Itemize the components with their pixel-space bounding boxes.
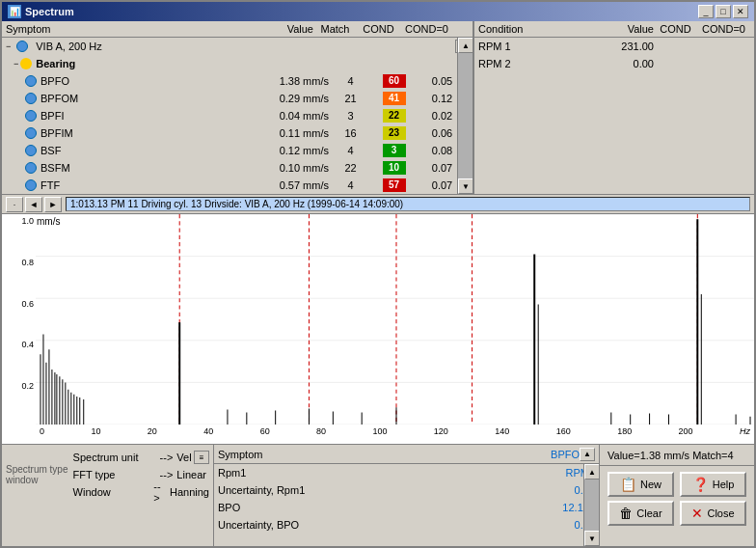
sym-icon-1 xyxy=(25,93,37,104)
sym-name-2: BPFI xyxy=(40,110,64,122)
detail-row[interactable]: Uncertainty, BPO 0.01 xyxy=(214,516,599,534)
window-value: Hanning xyxy=(170,486,209,498)
clear-btn-icon: 🗑 xyxy=(619,506,633,521)
close-button[interactable]: ✕ Close xyxy=(680,501,746,526)
scroll-down-btn[interactable]: ▼ xyxy=(458,178,472,194)
condition-table-body: RPM 1 231.00 RPM 2 0.00 xyxy=(474,38,754,194)
close-btn-icon: ✕ xyxy=(691,506,703,521)
th-cond: COND xyxy=(357,23,400,35)
symptom-row[interactable]: BPFIM 0.11 mm/s 16 23 0.06 xyxy=(21,124,472,142)
condition-table-header: Condition Value COND COND=0 xyxy=(474,21,754,38)
detail-val-header: BPFO xyxy=(502,449,580,460)
sym-name-3: BPFIM xyxy=(40,127,73,139)
symptom-rows: BPFO 1.38 mm/s 4 60 0.05 BPFOM 0.29 mm/s… xyxy=(2,72,472,194)
symptom-row[interactable]: BSFM 0.10 mm/s 22 10 0.07 xyxy=(21,159,472,177)
sym-cond-3: 23 xyxy=(372,126,416,140)
sym-icon-0 xyxy=(25,75,37,87)
detail-header: Symptom BPFO ▲ xyxy=(214,445,599,464)
sym-match-1: 21 xyxy=(329,93,372,104)
bearing-expand: − xyxy=(14,59,18,68)
bearing-row[interactable]: − Bearing xyxy=(10,55,472,72)
clear-button[interactable]: 🗑 Clear xyxy=(608,501,674,526)
detail-sym-1: Uncertainty, Rpm1 xyxy=(218,484,518,496)
help-button[interactable]: ❓ Help xyxy=(680,472,746,497)
cond-name-0: RPM 1 xyxy=(478,41,591,52)
nav-next-btn[interactable]: ► xyxy=(44,197,62,212)
symptom-row[interactable]: BSF 0.12 mm/s 4 3 0.08 xyxy=(21,142,472,159)
fft-type-label: FFT type xyxy=(73,469,160,480)
sym-match-0: 4 xyxy=(329,75,372,87)
sym-name-0: BPFO xyxy=(40,75,69,87)
sym-icon-3 xyxy=(25,127,37,139)
vib-row[interactable]: − VIB A, 200 Hz ≡ xyxy=(2,38,472,55)
bottom-left-panel: Spectrum type window Spectrum unit --> V… xyxy=(2,445,214,546)
spectrum-unit-label: Spectrum unit xyxy=(73,452,160,463)
detail-row[interactable]: Uncertainty, Rpm1 0.01 xyxy=(214,481,599,499)
y-axis-unit: mm/s xyxy=(37,216,60,227)
sym-value-3: 0.11 mm/s xyxy=(252,127,329,139)
detail-scroll-up-btn[interactable]: ▲ xyxy=(584,464,599,480)
sym-match-5: 22 xyxy=(329,162,372,174)
title-bar-buttons: _ □ ✕ xyxy=(698,5,748,18)
window-label: Window xyxy=(73,486,154,498)
th-cond-cond: COND xyxy=(654,23,697,35)
detail-scrollbar[interactable]: ▲ ▼ xyxy=(583,464,599,546)
nav-prev-btn[interactable]: ◄ xyxy=(25,197,42,212)
minimize-button[interactable]: _ xyxy=(698,5,714,18)
badge-1: 41 xyxy=(383,92,406,105)
spectrum-window: 📊 Spectrum _ □ ✕ Symptom Value Match CON… xyxy=(0,0,756,548)
symptom-row[interactable]: BPFOM 0.29 mm/s 21 41 0.12 xyxy=(21,90,472,107)
chart-y-axis: 1.0 0.8 0.6 0.4 0.2 xyxy=(2,214,36,425)
th-cond0: COND=0 xyxy=(400,23,453,35)
symptom-row[interactable]: FTF 0.57 mm/s 4 57 0.07 xyxy=(21,177,472,194)
new-button[interactable]: 📋 New xyxy=(608,472,674,497)
sym-cond-2: 22 xyxy=(372,109,416,123)
sym-cond-5: 10 xyxy=(372,161,416,175)
sym-cond-1: 41 xyxy=(372,92,416,105)
detail-scroll-track[interactable] xyxy=(584,480,599,531)
chart-nav-btns: · ◄ ► xyxy=(6,197,62,212)
badge-0: 60 xyxy=(383,74,406,88)
detail-row[interactable]: BPO 12.185 xyxy=(214,499,599,516)
detail-rows: Rpm1 RPM1 Uncertainty, Rpm1 0.01 BPO 12.… xyxy=(214,464,599,534)
th-cond-cond0: COND=0 xyxy=(697,23,750,35)
new-btn-label: New xyxy=(640,479,662,490)
sym-value-0: 1.38 mm/s xyxy=(252,75,329,87)
sym-icon-6 xyxy=(25,179,37,191)
cond-name-1: RPM 2 xyxy=(478,58,591,69)
scroll-track[interactable] xyxy=(458,53,472,178)
main-content: Symptom Value Match COND COND=0 − VIB A,… xyxy=(2,21,754,546)
chart-area[interactable]: 1.0 0.8 0.6 0.4 0.2 xyxy=(2,214,754,444)
close-button[interactable]: ✕ xyxy=(733,5,748,18)
detail-scroll-down-btn[interactable]: ▼ xyxy=(584,531,599,546)
chart-x-axis: 0 10 20 40 60 80 100 120 140 160 180 200… xyxy=(36,425,754,444)
sym-match-4: 4 xyxy=(329,145,372,156)
cond-value-0: 231.00 xyxy=(591,41,654,52)
expand-minus: − xyxy=(6,41,11,51)
chart-toolbar: · ◄ ► 1:013.13 PM 11 Driving cyl. 13 Dri… xyxy=(2,195,754,214)
action-buttons: 📋 New ❓ Help 🗑 Clear xyxy=(600,466,754,546)
detail-row[interactable]: Rpm1 RPM1 xyxy=(214,464,599,481)
th-cond-value: Value xyxy=(591,23,654,35)
detail-scroll-up[interactable]: ▲ xyxy=(580,448,595,461)
spectrum-unit-value: Vel xyxy=(176,452,194,463)
spectrum-type-label: Spectrum type window xyxy=(6,464,69,485)
symptom-row[interactable]: BPFI 0.04 mm/s 3 22 0.02 xyxy=(21,107,472,124)
restore-button[interactable]: □ xyxy=(716,5,731,18)
badge-5: 10 xyxy=(383,161,406,175)
scroll-up-btn[interactable]: ▲ xyxy=(458,38,472,53)
symptom-panel: Symptom Value Match COND COND=0 − VIB A,… xyxy=(2,21,474,194)
sym-name-4: BSF xyxy=(40,145,61,156)
th-match: Match xyxy=(313,23,357,35)
sym-icon-5 xyxy=(25,162,37,174)
help-btn-label: Help xyxy=(713,479,735,490)
spectrum-unit-btn[interactable]: ≡ xyxy=(194,451,209,464)
symptom-scrollbar[interactable]: ▲ ▼ xyxy=(457,38,472,194)
symptom-row[interactable]: BPFO 1.38 mm/s 4 60 0.05 xyxy=(21,72,472,90)
condition-row[interactable]: RPM 2 0.00 xyxy=(474,55,754,72)
th-symptom: Symptom xyxy=(6,23,236,35)
condition-row[interactable]: RPM 1 231.00 xyxy=(474,38,754,55)
sym-value-2: 0.04 mm/s xyxy=(252,110,329,122)
nav-dot-btn[interactable]: · xyxy=(6,197,23,212)
condition-panel: Condition Value COND COND=0 RPM 1 231.00… xyxy=(474,21,754,194)
